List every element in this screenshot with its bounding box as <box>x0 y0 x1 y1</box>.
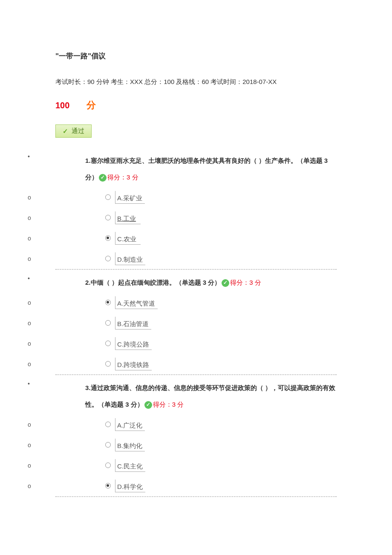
radio-icon[interactable] <box>105 341 111 346</box>
radio-icon[interactable] <box>105 235 111 241</box>
score-row: 100 分 <box>55 99 337 112</box>
radio-container <box>55 214 115 222</box>
option-label: A.采矿业 <box>117 194 142 202</box>
radio-icon[interactable] <box>105 194 111 200</box>
correct-check-icon: ✓ <box>99 174 107 182</box>
radio-container <box>55 442 115 449</box>
check-icon: ✓ <box>63 127 68 135</box>
radio-icon[interactable] <box>105 256 111 261</box>
radio-icon[interactable] <box>105 320 111 326</box>
question-body: 2.中缅（ ）起点在缅甸皎漂港。（单选题 3 分） <box>85 279 221 286</box>
option-item[interactable]: D.跨境铁路 <box>55 354 337 374</box>
options-list: A.广泛化B.集约化C.民主化D.科学化 <box>55 414 337 496</box>
option-label: B.石油管道 <box>117 320 149 327</box>
options-list: A.采矿业B.工业C.农业D.制造业 <box>55 187 337 269</box>
radio-icon[interactable] <box>105 215 111 220</box>
correct-check-icon: ✓ <box>144 401 152 409</box>
radio-container <box>55 235 115 242</box>
option-box: D.科学化 <box>115 480 145 492</box>
option-box: C.民主化 <box>115 459 145 472</box>
questions-list: 1.塞尔维亚雨水充足、土壤肥沃的地理条件使其具有良好的（ ）生产条件。（单选题 … <box>55 148 337 497</box>
option-item[interactable]: A.天然气管道 <box>55 292 337 313</box>
score-unit: 分 <box>86 99 96 112</box>
option-item[interactable]: B.工业 <box>55 208 337 228</box>
radio-container <box>55 462 115 469</box>
option-label: C.民主化 <box>117 462 143 470</box>
question-item: 2.中缅（ ）起点在缅甸皎漂港。（单选题 3 分）✓得分：3 分A.天然气管道B… <box>55 270 337 375</box>
option-item[interactable]: C.跨境公路 <box>55 333 337 354</box>
radio-icon[interactable] <box>105 442 111 448</box>
radio-container <box>55 320 115 327</box>
option-box: B.石油管道 <box>115 317 151 330</box>
question-text: 3.通过政策沟通、信息的传递、信息的接受等环节促进政策的（ ），可以提高政策的有… <box>55 379 337 413</box>
option-box: A.广泛化 <box>115 418 145 431</box>
option-box: B.工业 <box>115 211 141 224</box>
option-label: A.天然气管道 <box>117 300 155 307</box>
radio-container <box>55 255 115 263</box>
option-item[interactable]: D.制造业 <box>55 249 337 269</box>
option-label: A.广泛化 <box>117 422 142 429</box>
question-item: 1.塞尔维亚雨水充足、土壤肥沃的地理条件使其具有良好的（ ）生产条件。（单选题 … <box>55 148 337 270</box>
question-text: 1.塞尔维亚雨水充足、土壤肥沃的地理条件使其具有良好的（ ）生产条件。（单选题 … <box>55 152 337 185</box>
option-item[interactable]: C.农业 <box>55 228 337 249</box>
option-box: B.集约化 <box>115 439 145 451</box>
option-label: D.科学化 <box>117 483 143 490</box>
option-box: D.制造业 <box>115 252 145 265</box>
option-label: C.跨境公路 <box>117 341 149 348</box>
option-label: B.集约化 <box>117 442 142 449</box>
question-score: 得分：3 分 <box>107 173 138 181</box>
question-item: 3.通过政策沟通、信息的传递、信息的接受等环节促进政策的（ ），可以提高政策的有… <box>55 375 337 497</box>
option-label: D.跨境铁路 <box>117 361 149 368</box>
option-label: B.工业 <box>117 215 136 222</box>
correct-check-icon: ✓ <box>222 279 229 287</box>
option-item[interactable]: C.民主化 <box>55 455 337 476</box>
option-item[interactable]: A.采矿业 <box>55 187 337 208</box>
radio-container <box>55 483 115 490</box>
radio-container <box>55 421 115 428</box>
exam-title: "一带一路"倡议 <box>55 51 337 61</box>
radio-icon[interactable] <box>105 483 111 489</box>
option-box: A.采矿业 <box>115 191 145 204</box>
option-item[interactable]: B.集约化 <box>55 435 337 455</box>
radio-container <box>55 340 115 347</box>
radio-container <box>55 194 115 201</box>
question-score: 得分：3 分 <box>153 401 184 408</box>
question-score: 得分：3 分 <box>230 279 261 286</box>
option-item[interactable]: D.科学化 <box>55 476 337 496</box>
option-box: C.农业 <box>115 232 141 245</box>
radio-container <box>55 361 115 368</box>
option-label: C.农业 <box>117 235 136 243</box>
pass-badge: ✓ 通过 <box>55 124 92 138</box>
radio-icon[interactable] <box>105 300 111 305</box>
radio-icon[interactable] <box>105 422 111 427</box>
option-box: C.跨境公路 <box>115 337 152 350</box>
radio-container <box>55 299 115 306</box>
pass-label: 通过 <box>72 127 84 135</box>
exam-info: 考试时长：90 分钟 考生：XXX 总分：100 及格线：60 考试时间：201… <box>55 78 337 86</box>
options-list: A.天然气管道B.石油管道C.跨境公路D.跨境铁路 <box>55 292 337 374</box>
option-item[interactable]: B.石油管道 <box>55 313 337 333</box>
question-text: 2.中缅（ ）起点在缅甸皎漂港。（单选题 3 分）✓得分：3 分 <box>55 274 337 291</box>
radio-icon[interactable] <box>105 462 111 468</box>
option-item[interactable]: A.广泛化 <box>55 414 337 435</box>
option-box: D.跨境铁路 <box>115 358 152 370</box>
question-body: 3.通过政策沟通、信息的传递、信息的接受等环节促进政策的（ ），可以提高政策的有… <box>85 384 335 408</box>
option-label: D.制造业 <box>117 256 143 263</box>
option-box: A.天然气管道 <box>115 296 158 309</box>
score-number: 100 <box>55 101 69 110</box>
radio-icon[interactable] <box>105 361 111 367</box>
